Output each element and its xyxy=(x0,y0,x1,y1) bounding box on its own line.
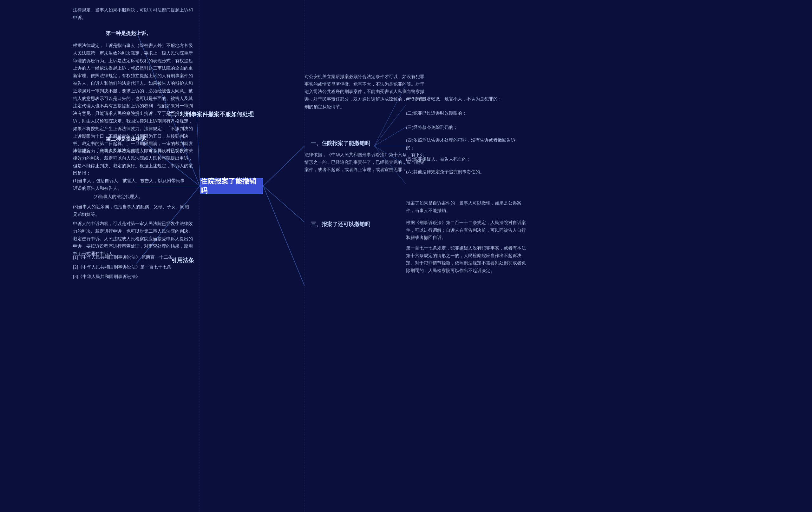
right-section2-body1: 报案了如果是自诉案件的，当事人可以撤销，如果是公诉案件，当事人不能撤销。 xyxy=(406,199,526,214)
ref3: [3]《中华人民共和国刑事诉讼法》 xyxy=(73,274,140,280)
item3: (3)当事人的近亲属，包括当事人的配偶、父母、子女、同胞兄弟姐妹等。 xyxy=(73,203,194,218)
svg-line-9 xyxy=(374,105,406,146)
right-item3: (三)经特赦令免除刑罚的； xyxy=(406,124,458,131)
svg-line-6 xyxy=(263,186,304,222)
right-item2: (二)犯罪已过追诉时效期限的； xyxy=(406,109,467,117)
svg-line-7 xyxy=(263,186,304,286)
section1-header: 第一种是提起上诉。 xyxy=(93,30,163,37)
central-node-label: 住院报案了能撤销吗 xyxy=(200,177,263,195)
right-section1-header: 一、住院报案了能撤销吗 xyxy=(311,140,370,147)
item2: (2)当事人的法定代理人。 xyxy=(93,193,143,200)
right-item4: (四)依照刑法告诉才处理的犯罪，没有告诉或者撤回告诉的； xyxy=(406,136,523,152)
ref-label: 引用法条 xyxy=(171,257,194,264)
section-criminal-header: 二、对刑事案件撤案不服如何处理 xyxy=(168,110,254,118)
section2-header: 第二种是提出申诉。 xyxy=(93,136,163,142)
ref2: [2]《中华人民共和国刑事诉讼法》第一百七十七条 xyxy=(73,264,171,270)
section2-body2: 申诉人的申诉内容，可以是对第一审人民法院已经发生法律效力的判决、裁定进行申诉，也… xyxy=(73,220,197,258)
svg-line-5 xyxy=(263,146,304,186)
right-item1: (一)情节显著轻微、危害不大，不认为是犯罪的； xyxy=(406,95,502,103)
right-section2-header: 三、报案了还可以撤销吗 xyxy=(311,221,370,228)
item1: (1)当事人，包括自诉人、被害人、被告人，以及附带民事诉讼的原告人和被告人。 xyxy=(73,177,187,192)
svg-line-4 xyxy=(197,113,200,181)
right-item5: (五)犯罪嫌疑人、被告人死亡的； xyxy=(406,156,471,163)
right-section2-body3: 第一百七十七条规定，犯罪嫌疑人没有犯罪事实，或者有本法第十六条规定的情形之一的，… xyxy=(406,244,526,275)
mind-map: 住院报案了能撤销吗 法律规定，当事人如果不服判决，可以向司法部门提起上诉和申诉。… xyxy=(0,0,812,512)
central-node: 住院报案了能撤销吗 xyxy=(200,178,263,194)
top-left-text: 法律规定，当事人如果不服判决，可以向司法部门提起上诉和申诉。 xyxy=(73,6,197,22)
right-section2-body2: 根据《刑事诉讼法》第二百一十二条规定，人民法院对自诉案件，可以进行调解；自诉人在… xyxy=(406,219,526,242)
ref1: [1]《中华人民共和国刑事诉讼法》 第两百一十二条 xyxy=(73,254,173,260)
section2-body: 法律规定：「当事人及其法定代理人、近亲属，对已经发生法律效力的判决、裁定可以向人… xyxy=(73,147,197,177)
right-item6: (六)其他法律规定免予追究刑事责任的。 xyxy=(406,168,484,176)
top-right-body: 对公安机关立案后撤案必须符合法定条件才可以，如没有犯罪事实的或情节显著轻微、危害… xyxy=(304,73,425,110)
svg-line-10 xyxy=(374,127,406,146)
